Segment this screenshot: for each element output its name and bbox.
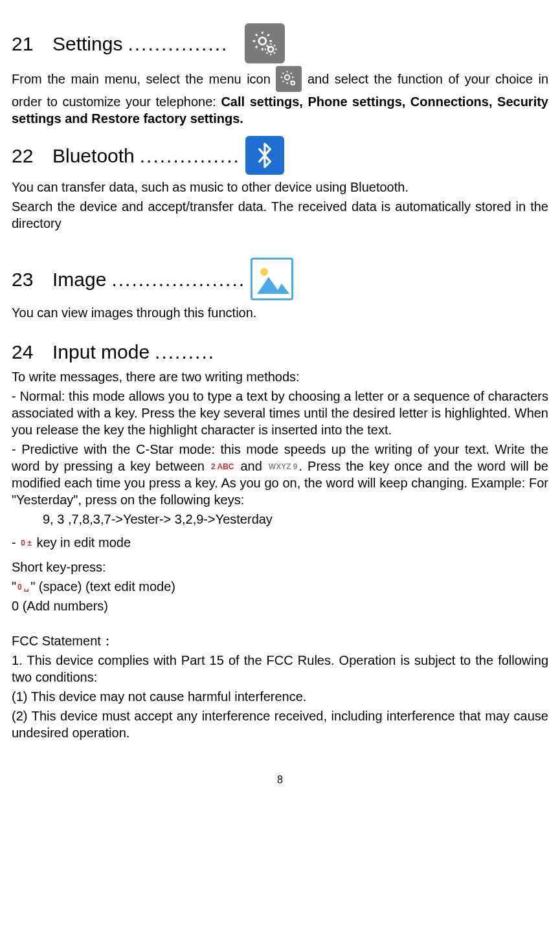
key-0-space-icon: 0 ␣ [16,583,30,593]
key0-edit-line: - 0 ± key in edit mode [12,534,548,551]
fcc-line1: 1. This device complies with Part 15 of … [12,652,548,685]
picture-icon [251,258,293,300]
settings-gear-icon [245,23,285,63]
section-dots: ............... [128,31,228,56]
input-normal: - Normal: this mode allows you to type a… [12,388,548,438]
input-sequence: 9, 3 ,7,8,3,7->Yester-> 3,2,9->Yesterday [43,511,548,528]
page-number: 8 [12,774,548,787]
section-dots: ......... [155,339,215,364]
svg-point-4 [260,268,268,276]
svg-point-3 [291,82,295,85]
key-0-plus-icon: 0 ± [19,539,33,549]
section-number: 23 [12,267,47,292]
short-zero-line: 0 (Add numbers) [12,597,548,614]
svg-point-2 [285,75,290,80]
section-dots: .................... [111,267,245,292]
section-number: 24 [12,339,47,364]
short-space-after: " (space) (text edit mode) [30,579,175,594]
short-space-before: " [12,579,16,594]
svg-point-1 [269,47,274,52]
section-title: Settings [52,31,122,56]
key-9-icon: WXYZ 9 [267,462,299,473]
bluetooth-line2: Search the device and accept/transfer da… [12,198,548,232]
input-intro: To write messages, there are two writing… [12,368,548,385]
bluetooth-icon [245,136,284,175]
fcc-heading: FCC Statement： [12,632,548,649]
key-2-icon: 2 ABC [210,462,236,473]
fcc-line3: (2) This device must accept any interfer… [12,708,548,741]
section-title: Input mode [52,339,150,364]
settings-body-before: From the main menu, select the menu icon [12,72,271,86]
section-dots: ............... [140,143,240,168]
bluetooth-line1: You can transfer data, such as music to … [12,179,548,195]
fcc-line2: (1) This device may not cause harmful in… [12,688,548,705]
key0-prefix: - [12,535,19,550]
section-title: Image [52,267,106,292]
short-space-line: "0 ␣" (space) (text edit mode) [12,578,548,595]
section-heading-image: 23 Image.................... [12,258,548,300]
svg-marker-5 [257,277,289,294]
section-number: 22 [12,143,47,168]
short-keypress-heading: Short key-press: [12,559,548,575]
key0-suffix: key in edit mode [36,535,131,550]
settings-gear-icon-inline [276,66,302,92]
section-heading-input: 24 Input mode ......... [12,339,548,364]
section-title: Bluetooth [52,143,135,168]
section-heading-settings: 21 Settings ............... [12,23,548,63]
section-heading-bluetooth: 22 Bluetooth............... [12,136,548,175]
input-predictive: - Predictive with the C-Star mode: this … [12,441,548,508]
predictive-mid: and [240,459,262,473]
svg-point-0 [259,38,266,45]
section-number: 21 [12,31,47,56]
image-body: You can view images through this functio… [12,304,548,321]
settings-paragraph: From the main menu, select the menu icon… [12,67,548,127]
